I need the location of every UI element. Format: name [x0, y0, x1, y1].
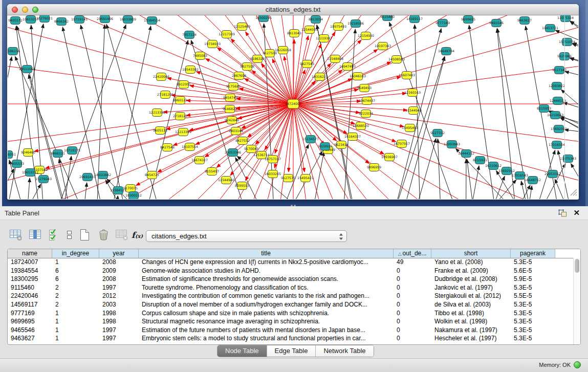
delete-rows-icon[interactable] [97, 228, 111, 242]
cell-year[interactable]: 1998 [99, 309, 139, 318]
cell-in_degree[interactable]: 1 [52, 326, 99, 335]
cell-out_degree[interactable]: 0 [394, 283, 431, 292]
window-titlebar[interactable]: citations_edges.txt [7, 4, 579, 15]
cell-title[interactable]: Estimation of the future numbers of pati… [139, 326, 394, 335]
column-header-year[interactable]: year [99, 249, 139, 258]
cell-name[interactable]: 9699695 [8, 317, 52, 326]
cell-title[interactable]: Structural magnetic resonance image aver… [139, 317, 394, 326]
float-panel-icon[interactable] [558, 209, 568, 220]
function-builder-icon[interactable]: f(x) [132, 228, 143, 242]
show-columns-icon[interactable] [29, 228, 42, 242]
cell-pagerank[interactable]: 5.5E-5 [511, 292, 555, 300]
cell-title[interactable]: Corpus callosum shape and size in male p… [139, 309, 394, 318]
tab-network-table[interactable]: Network Table [316, 345, 373, 357]
cell-pagerank[interactable]: 5.3E-5 [511, 309, 555, 318]
network-view-window[interactable]: citations_edges.txt 18724007182260589127… [7, 4, 579, 200]
cell-title[interactable]: Genome-wide association studies in ADHD. [139, 267, 394, 275]
cell-out_degree[interactable]: 0 [394, 317, 431, 326]
cell-in_degree[interactable]: 1 [52, 317, 99, 326]
new-table-icon[interactable] [78, 228, 91, 242]
cell-pagerank[interactable]: 5.3E-5 [511, 258, 555, 267]
cell-year[interactable]: 2008 [99, 258, 139, 267]
table-row[interactable]: 977716911998Corpus callosum shape and si… [8, 309, 573, 318]
cell-year[interactable]: 2012 [99, 292, 139, 300]
cell-year[interactable]: 1997 [99, 326, 139, 335]
table-row[interactable]: 2242004622012Investigating the contribut… [8, 292, 573, 300]
cell-out_degree[interactable]: 0 [394, 292, 431, 300]
cell-year[interactable]: 2009 [99, 267, 139, 275]
cell-name[interactable]: 18724007 [8, 258, 52, 267]
cell-short[interactable]: Yano et al. (2008) [431, 258, 511, 267]
table-row[interactable]: 1938455462009Genome-wide association stu… [8, 267, 573, 275]
cell-title[interactable]: Disruption of a novel member of a sodium… [139, 300, 394, 309]
cell-pagerank[interactable]: 5.3E-5 [511, 317, 555, 326]
cell-pagerank[interactable]: 5.6E-5 [511, 267, 555, 275]
cell-year[interactable]: 2003 [99, 300, 139, 309]
column-header-name[interactable]: name [8, 249, 52, 258]
table-selector[interactable]: citations_edges.txt [146, 230, 347, 242]
resize-grip[interactable] [569, 188, 577, 198]
cell-name[interactable]: 9463627 [8, 334, 52, 343]
table-row[interactable]: 1872400712008Changes of HCN gene express… [8, 258, 573, 267]
cell-out_degree[interactable]: 0 [394, 300, 431, 309]
cell-short[interactable]: Franke et al. (2009) [431, 267, 511, 275]
table-scrollbar[interactable] [573, 258, 580, 344]
select-all-rows-icon[interactable] [48, 228, 59, 242]
cell-short[interactable]: Nakamura et al. (1997) [431, 326, 511, 335]
cell-short[interactable]: Dudbridge et al. (2008) [431, 275, 511, 283]
table-row[interactable]: 969969511998Structural magnetic resonanc… [8, 317, 573, 326]
cell-year[interactable]: 1998 [99, 317, 139, 326]
cell-name[interactable]: 9115460 [8, 283, 52, 292]
column-header-title[interactable]: title [139, 249, 394, 258]
cell-short[interactable]: Wolkin et al. (1998) [431, 317, 511, 326]
cell-out_degree[interactable]: 0 [394, 326, 431, 335]
cell-name[interactable]: 9777169 [8, 309, 52, 318]
table-row[interactable]: 946362711997Embryonic stem cells: a mode… [8, 334, 573, 343]
table-scrollbar-thumb[interactable] [575, 259, 579, 273]
cell-name[interactable]: 22420046 [8, 292, 52, 300]
table-row[interactable]: 946554611997Estimation of the future num… [8, 326, 573, 335]
cell-pagerank[interactable]: 5.3E-5 [511, 334, 555, 343]
table-row[interactable]: 1456911722003Disruption of a novel membe… [8, 300, 573, 309]
table-options-icon[interactable] [9, 228, 23, 242]
cell-out_degree[interactable]: 49 [394, 258, 431, 267]
cell-name[interactable]: 18300295 [8, 275, 52, 283]
cell-pagerank[interactable]: 5.9E-5 [511, 275, 555, 283]
table-row[interactable]: 911546021997Tourette syndrome. Phenomeno… [8, 283, 573, 292]
cell-title[interactable]: Investigating the contribution of common… [139, 292, 394, 300]
cell-name[interactable]: 19384554 [8, 267, 52, 275]
cell-in_degree[interactable]: 2 [52, 300, 99, 309]
tab-node-table[interactable]: Node Table [217, 345, 267, 357]
cell-out_degree[interactable]: 0 [394, 267, 431, 275]
cell-pagerank[interactable]: 5.3E-5 [511, 326, 555, 335]
column-header-in_degree[interactable]: in_degree [52, 249, 99, 258]
table-row[interactable]: 1830029562008Estimation of significance … [8, 275, 573, 283]
cell-out_degree[interactable]: 0 [394, 309, 431, 318]
cell-in_degree[interactable]: 1 [52, 334, 99, 343]
cell-title[interactable]: Tourette syndrome. Phenomenology and cla… [139, 283, 394, 292]
column-header-pagerank[interactable]: pagerank [511, 249, 555, 258]
cell-short[interactable]: de Silva et al. (2003) [431, 300, 511, 309]
cell-in_degree[interactable]: 1 [52, 258, 99, 267]
cell-out_degree[interactable]: 0 [394, 275, 431, 283]
tab-edge-table[interactable]: Edge Table [267, 345, 316, 357]
column-header-out_degree[interactable]: △out_de... [394, 249, 431, 258]
cell-pagerank[interactable]: 5.3E-5 [511, 283, 555, 292]
cell-short[interactable]: Tibbo et al. (1998) [431, 309, 511, 318]
cell-in_degree[interactable]: 1 [52, 309, 99, 318]
cell-year[interactable]: 1997 [99, 334, 139, 343]
cell-year[interactable]: 1997 [99, 283, 139, 292]
merge-icon[interactable] [66, 228, 73, 242]
cell-title[interactable]: Estimation of significance thresholds fo… [139, 275, 394, 283]
cell-title[interactable]: Changes of HCN gene expression and I(f) … [139, 258, 394, 267]
network-canvas[interactable]: 1872400718226058912750881863289827508286… [8, 15, 578, 199]
close-panel-icon[interactable]: ✕ [573, 208, 580, 217]
citation-network-graph[interactable]: 1872400718226058912750881863289827508286… [8, 15, 578, 199]
cell-name[interactable]: 9465546 [8, 326, 52, 335]
cell-in_degree[interactable]: 6 [52, 267, 99, 275]
cell-out_degree[interactable]: 0 [394, 334, 431, 343]
cell-title[interactable]: Embryonic stem cells: a model to study s… [139, 334, 394, 343]
cell-short[interactable]: Hescheler et al. (1997) [431, 334, 511, 343]
cell-short[interactable]: Stergiakouli et al. (2012) [431, 292, 511, 300]
cell-name[interactable]: 14569117 [8, 300, 52, 309]
